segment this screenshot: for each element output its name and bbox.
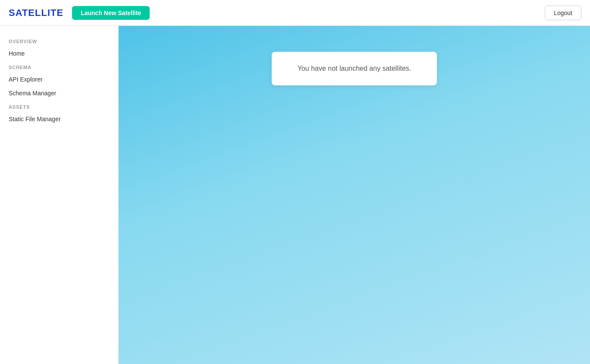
sidebar-section-schema: SCHEMA bbox=[0, 60, 118, 72]
empty-message-text: You have not launched any satellites. bbox=[298, 65, 411, 72]
sidebar-item-api-explorer[interactable]: API Explorer bbox=[0, 72, 118, 86]
sidebar: OVERVIEW Home SCHEMA API Explorer Schema… bbox=[0, 26, 119, 364]
launch-new-satellite-button[interactable]: Launch New Satellite bbox=[72, 6, 150, 20]
sidebar-section-assets: ASSETS bbox=[0, 100, 118, 112]
header-left: SATELLITE Launch New Satellite bbox=[9, 6, 150, 20]
logo: SATELLITE bbox=[9, 7, 63, 19]
sidebar-section-overview: OVERVIEW bbox=[0, 35, 118, 47]
empty-message-card: You have not launched any satellites. bbox=[272, 52, 437, 85]
header: SATELLITE Launch New Satellite Logout bbox=[0, 0, 590, 26]
sidebar-item-schema-manager[interactable]: Schema Manager bbox=[0, 86, 118, 100]
main-layout: OVERVIEW Home SCHEMA API Explorer Schema… bbox=[0, 26, 590, 364]
sidebar-item-static-file-manager[interactable]: Static File Manager bbox=[0, 112, 118, 126]
logout-button[interactable]: Logout bbox=[545, 6, 581, 20]
sidebar-item-home[interactable]: Home bbox=[0, 47, 118, 60]
content-area: You have not launched any satellites. bbox=[119, 26, 590, 364]
